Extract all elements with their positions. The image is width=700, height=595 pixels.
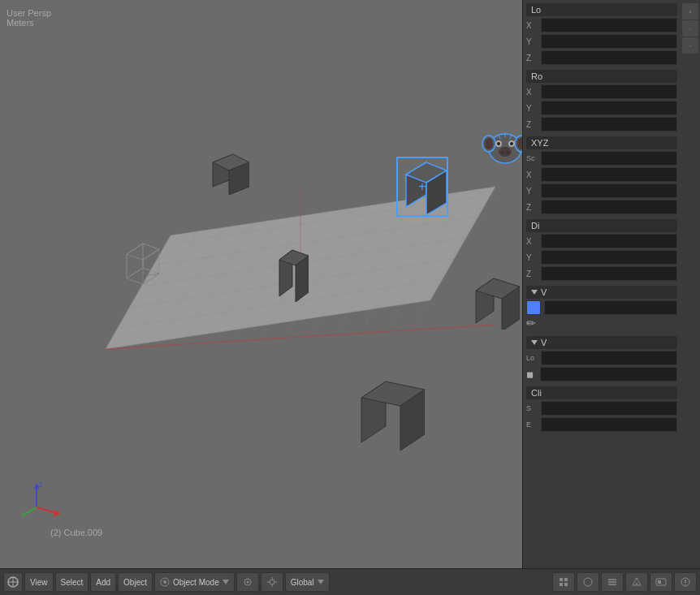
- color-header: V: [526, 286, 677, 299]
- vis-lo-field[interactable]: [541, 351, 677, 365]
- pencil-icon[interactable]: ✏: [526, 317, 536, 330]
- status-right-2[interactable]: [577, 572, 599, 592]
- color-field[interactable]: [544, 300, 677, 315]
- svg-rect-113: [560, 583, 563, 586]
- status-view-btn[interactable]: View: [24, 572, 54, 592]
- status-right-1[interactable]: [552, 572, 575, 592]
- svg-rect-122: [658, 580, 661, 584]
- status-right-icon-5: [655, 576, 667, 588]
- dim-y-field[interactable]: [541, 250, 677, 265]
- status-global-btn[interactable]: Global: [285, 572, 330, 592]
- dim-x-field[interactable]: [541, 234, 677, 248]
- view-units-label: Meters: [6, 18, 34, 28]
- location-header: Lo: [526, 3, 677, 16]
- svg-point-52: [510, 142, 513, 145]
- scale-section: XYZ Sc X Y Z: [526, 136, 677, 214]
- n-panel: Lo X Y Z Ro X Y Z: [522, 0, 681, 568]
- sidebar-icon-1[interactable]: ›: [682, 3, 698, 19]
- clip-header: Cli: [526, 386, 677, 399]
- scene-icon: [6, 576, 19, 589]
- svg-text:Y: Y: [21, 511, 26, 520]
- status-mode-chevron-icon: [223, 580, 229, 584]
- status-right-icon-6: [680, 576, 691, 588]
- visibility-header: V: [526, 336, 677, 349]
- rot-y-field[interactable]: [541, 101, 677, 115]
- status-add-btn[interactable]: Add: [90, 572, 116, 592]
- svg-rect-112: [564, 578, 568, 581]
- cube-icon: ◼: [526, 369, 534, 380]
- svg-text:Z: Z: [38, 481, 43, 489]
- svg-point-125: [685, 584, 686, 585]
- status-right-icon-1: [558, 576, 569, 588]
- scale-z-field[interactable]: [541, 200, 677, 214]
- status-mode-btn[interactable]: Object Mode: [154, 572, 235, 592]
- clip-section: Cli S E: [526, 386, 677, 432]
- collapse-icon[interactable]: [531, 290, 538, 295]
- status-pivot-btn[interactable]: [261, 572, 283, 592]
- sidebar-icon-3[interactable]: ·: [682, 37, 698, 54]
- view-perspective-label: User Persp: [6, 8, 51, 18]
- status-right-icon-3: [607, 576, 618, 588]
- status-right-6[interactable]: [674, 572, 697, 592]
- dimensions-header: Di: [526, 219, 677, 232]
- color-swatch[interactable]: [526, 300, 541, 315]
- status-right-3[interactable]: [601, 572, 624, 592]
- rot-x-field[interactable]: [541, 84, 677, 99]
- status-bar: View Select Add Object Object Mode: [0, 568, 700, 595]
- visibility-section: V Lo ◼: [526, 336, 677, 382]
- rotation-section: Ro X Y Z: [526, 70, 677, 132]
- status-right-icon-4: [631, 576, 642, 588]
- svg-rect-114: [564, 583, 568, 586]
- status-global-chevron-icon: [318, 580, 324, 584]
- svg-point-115: [584, 578, 592, 586]
- rotation-header: Ro: [526, 70, 677, 83]
- clip-s-field[interactable]: [541, 401, 677, 416]
- loc-z-field[interactable]: [541, 50, 677, 65]
- scale-x-field[interactable]: [541, 167, 677, 182]
- vis-cube-field[interactable]: [540, 367, 677, 382]
- status-right-5[interactable]: [650, 572, 672, 592]
- cube-center-selected[interactable]: +: [398, 158, 447, 215]
- scale-header: XYZ: [526, 136, 677, 149]
- svg-point-105: [246, 581, 248, 584]
- svg-point-103: [163, 580, 166, 584]
- status-select-btn[interactable]: Select: [55, 572, 89, 592]
- svg-point-120: [636, 583, 637, 584]
- color-section: V ✏: [526, 286, 677, 330]
- status-mode-icon: [160, 577, 170, 587]
- cube-center-grid[interactable]: [274, 244, 309, 302]
- status-pivot-icon: [266, 576, 278, 588]
- scale-field[interactable]: [541, 151, 677, 166]
- dim-z-field[interactable]: [541, 266, 677, 281]
- cube-bottom-large[interactable]: [353, 373, 425, 451]
- clip-e-field[interactable]: [541, 417, 677, 432]
- location-section: Lo X Y Z: [526, 3, 677, 65]
- status-right-4[interactable]: [625, 572, 648, 592]
- dimensions-section: Di X Y Z: [526, 219, 677, 281]
- svg-rect-111: [560, 578, 563, 581]
- right-sidebar: › · ·: [681, 0, 700, 568]
- cube-right[interactable]: [469, 274, 520, 330]
- cube-top-left[interactable]: [205, 150, 249, 195]
- status-object-btn[interactable]: Object: [118, 572, 153, 592]
- loc-x-field[interactable]: [541, 18, 677, 32]
- svg-text:X: X: [56, 509, 61, 517]
- object-name-label: (2) Cube.009: [50, 528, 102, 537]
- svg-point-55: [506, 152, 509, 154]
- dot-icon: [242, 576, 253, 588]
- status-right-icon-2: [582, 576, 594, 588]
- axis-widget: Z X Y: [20, 479, 61, 520]
- svg-point-53: [499, 147, 512, 157]
- svg-point-47: [485, 138, 493, 149]
- rot-z-field[interactable]: [541, 117, 677, 132]
- svg-point-51: [497, 142, 500, 145]
- svg-point-54: [501, 152, 504, 154]
- loc-y-field[interactable]: [541, 34, 677, 49]
- scene-icon-btn[interactable]: [3, 572, 23, 592]
- scale-y-field[interactable]: [541, 183, 677, 198]
- cube-small-left[interactable]: [120, 239, 159, 284]
- sidebar-icon-2[interactable]: ·: [682, 20, 698, 37]
- collapse-icon-2[interactable]: [531, 340, 538, 345]
- dot-icon-btn[interactable]: [236, 572, 259, 592]
